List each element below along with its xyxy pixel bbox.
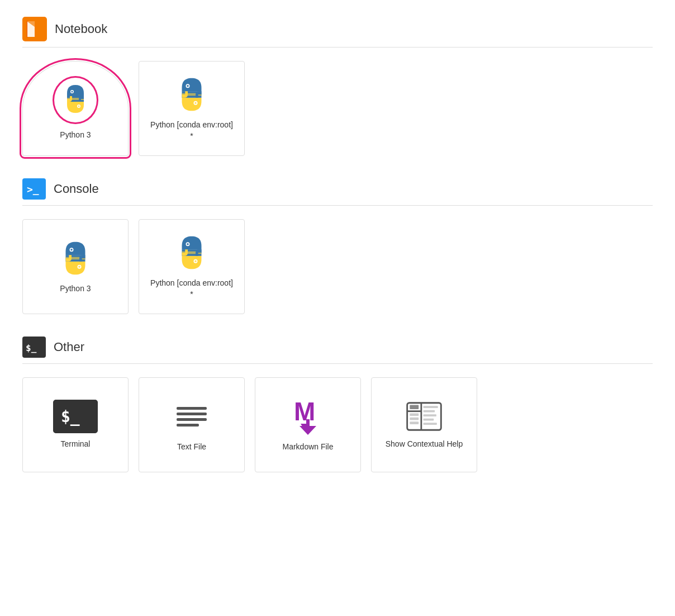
svg-point-13 xyxy=(187,85,189,87)
python-icon xyxy=(56,239,95,278)
help-icon xyxy=(405,400,444,433)
notebook-section: Notebook xyxy=(22,17,653,156)
console-section: >_ Console Python 3 xyxy=(22,178,653,314)
python-conda-notebook-label: Python [conda env:root] * xyxy=(148,120,235,141)
python-icon xyxy=(172,233,211,272)
svg-rect-3 xyxy=(27,21,27,37)
markdown-file-label: Markdown File xyxy=(282,442,333,453)
svg-rect-38 xyxy=(177,424,199,427)
notebook-title: Notebook xyxy=(55,22,107,36)
svg-rect-37 xyxy=(177,418,207,421)
contextual-help-card[interactable]: Show Contextual Help xyxy=(371,377,477,472)
console-title: Console xyxy=(54,182,99,196)
other-title: Other xyxy=(54,340,84,354)
python3-notebook-icon-wrap xyxy=(53,76,98,124)
other-cards: $_ Terminal Text File xyxy=(22,377,653,472)
other-header: $_ Other xyxy=(22,337,653,358)
text-file-card[interactable]: Text File xyxy=(139,377,245,472)
svg-point-9 xyxy=(78,106,80,107)
markdown-icon: M xyxy=(288,397,327,436)
notebook-divider xyxy=(22,47,653,48)
svg-point-23 xyxy=(78,266,80,268)
notebook-cards: Python 3 Python [conda env:root] * xyxy=(22,61,653,156)
python-conda-console-label: Python [conda env:root] * xyxy=(148,278,235,300)
svg-point-7 xyxy=(72,91,73,93)
svg-point-21 xyxy=(70,249,73,251)
python3-notebook-label: Python 3 xyxy=(60,130,91,141)
svg-rect-36 xyxy=(177,413,207,415)
svg-point-27 xyxy=(187,243,189,245)
other-divider xyxy=(22,363,653,364)
contextual-help-label: Show Contextual Help xyxy=(386,439,463,450)
textfile-icon xyxy=(172,397,211,436)
svg-text:$_: $_ xyxy=(61,407,80,426)
python-conda-notebook-card[interactable]: Python [conda env:root] * xyxy=(139,61,245,156)
notebook-section-icon xyxy=(22,17,47,41)
python3-notebook-card[interactable]: Python 3 xyxy=(22,61,129,156)
other-section-icon: $_ xyxy=(22,337,46,358)
console-divider xyxy=(22,205,653,206)
svg-rect-46 xyxy=(410,405,419,409)
svg-text:$_: $_ xyxy=(26,343,37,353)
console-header: >_ Console xyxy=(22,178,653,200)
svg-point-15 xyxy=(194,102,197,105)
svg-rect-35 xyxy=(177,407,207,410)
python-icon xyxy=(172,75,211,114)
python3-console-card[interactable]: Python 3 xyxy=(22,219,129,314)
markdown-file-card[interactable]: M Markdown File xyxy=(255,377,361,472)
console-section-icon: >_ xyxy=(22,178,46,200)
svg-rect-52 xyxy=(424,414,436,416)
svg-rect-49 xyxy=(410,422,419,425)
svg-rect-53 xyxy=(424,419,434,421)
python3-console-label: Python 3 xyxy=(60,283,91,295)
text-file-label: Text File xyxy=(177,442,206,453)
terminal-icon: $_ xyxy=(53,400,98,433)
other-section: $_ Other $_ Terminal xyxy=(22,337,653,472)
svg-point-29 xyxy=(194,260,197,263)
python-conda-console-card[interactable]: Python [conda env:root] * xyxy=(139,219,245,314)
svg-rect-50 xyxy=(424,406,438,409)
svg-rect-54 xyxy=(424,423,437,425)
console-cards: Python 3 Python [conda env:root] * xyxy=(22,219,653,314)
terminal-label: Terminal xyxy=(61,439,91,450)
svg-rect-47 xyxy=(410,414,419,416)
svg-rect-51 xyxy=(424,410,435,413)
terminal-card[interactable]: $_ Terminal xyxy=(22,377,129,472)
svg-text:>_: >_ xyxy=(27,183,39,195)
svg-text:M: M xyxy=(294,397,315,426)
python-icon xyxy=(59,82,92,116)
svg-marker-42 xyxy=(300,426,316,435)
svg-rect-48 xyxy=(410,418,419,420)
notebook-header: Notebook xyxy=(22,17,653,41)
